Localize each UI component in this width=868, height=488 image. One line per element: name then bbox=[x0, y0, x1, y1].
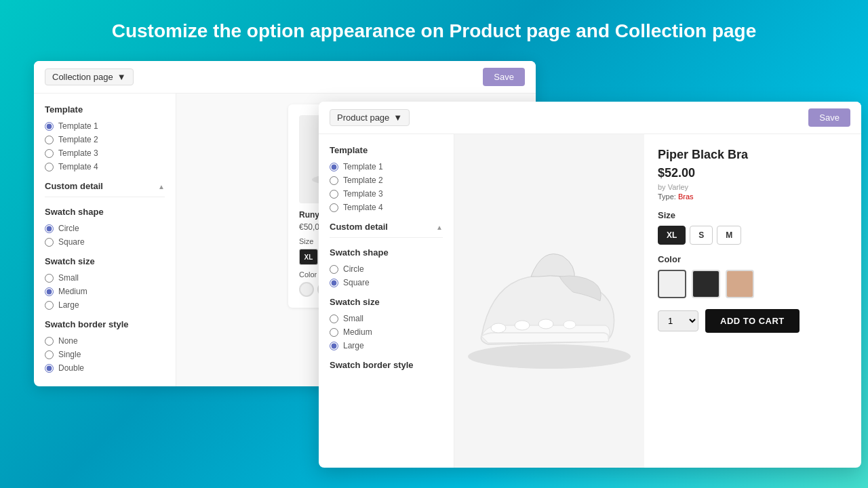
product-template-4[interactable]: Template 4 bbox=[330, 203, 443, 212]
svg-point-7 bbox=[564, 321, 576, 329]
product-custom-detail-chevron-icon[interactable] bbox=[436, 222, 443, 232]
product-shape-circle[interactable]: Circle bbox=[330, 264, 443, 274]
product-type-value[interactable]: Bras bbox=[678, 192, 694, 201]
product-color-swatch-tan[interactable] bbox=[726, 270, 754, 298]
product-size-large[interactable]: Large bbox=[330, 341, 443, 350]
product-type-label: Type: bbox=[658, 192, 676, 201]
product-color-section-title: Color bbox=[658, 254, 848, 264]
collection-border-single[interactable]: Single bbox=[45, 350, 165, 359]
product-image-area bbox=[454, 134, 644, 468]
product-preview-area: Piper Black Bra $52.00 by Varley Type: B… bbox=[454, 134, 861, 468]
collection-size-medium[interactable]: Medium bbox=[45, 287, 165, 296]
product-size-m[interactable]: M bbox=[717, 226, 741, 245]
collection-template-4[interactable]: Template 4 bbox=[45, 162, 165, 171]
collection-swatch-size-label: Swatch size bbox=[45, 256, 165, 266]
product-size-small[interactable]: Small bbox=[330, 314, 443, 323]
product-custom-detail-header: Custom detail bbox=[330, 222, 443, 232]
custom-detail-chevron-icon[interactable] bbox=[158, 181, 165, 191]
chevron-down-icon: ▼ bbox=[117, 72, 126, 82]
product-size-s[interactable]: S bbox=[690, 226, 713, 245]
product-size-buttons: XL S M bbox=[658, 226, 848, 245]
product-title: Piper Black Bra bbox=[658, 148, 848, 162]
product-page-selector[interactable]: Product page ▼ bbox=[330, 109, 410, 126]
product-divider-1 bbox=[330, 237, 443, 238]
product-shape-square[interactable]: Square bbox=[330, 278, 443, 287]
collection-swatch-shape-label: Swatch shape bbox=[45, 207, 165, 217]
quantity-select[interactable]: 1 2 3 bbox=[658, 310, 698, 331]
panels-container: Collection page ▼ Save Template Template… bbox=[34, 61, 834, 427]
product-color-swatch-dark[interactable] bbox=[692, 270, 720, 298]
add-to-cart-button[interactable]: ADD TO CART bbox=[705, 309, 800, 333]
collection-size-small[interactable]: Small bbox=[45, 273, 165, 283]
product-template-label: Template bbox=[330, 145, 443, 155]
collection-template-1[interactable]: Template 1 bbox=[45, 121, 165, 131]
product-template-3[interactable]: Template 3 bbox=[330, 189, 443, 199]
product-panel-body: Template Template 1 Template 2 Template … bbox=[319, 134, 861, 468]
product-chevron-icon: ▼ bbox=[393, 113, 402, 123]
product-sidebar: Template Template 1 Template 2 Template … bbox=[319, 134, 454, 468]
product-details: Piper Black Bra $52.00 by Varley Type: B… bbox=[644, 134, 861, 468]
product-swatch-size-label: Swatch size bbox=[330, 297, 443, 307]
svg-point-6 bbox=[538, 319, 553, 329]
main-title: Customize the option appearance on Produ… bbox=[112, 20, 757, 42]
collection-custom-detail-label: Custom detail bbox=[45, 181, 103, 191]
product-save-button[interactable]: Save bbox=[808, 108, 850, 127]
product-color-swatch-white[interactable] bbox=[658, 270, 686, 298]
add-to-cart-row: 1 2 3 ADD TO CART bbox=[658, 309, 848, 333]
collection-panel-header: Collection page ▼ Save bbox=[34, 61, 536, 94]
collection-page-selector[interactable]: Collection page ▼ bbox=[45, 68, 134, 85]
product-size-section-title: Size bbox=[658, 210, 848, 220]
product-template-1[interactable]: Template 1 bbox=[330, 162, 443, 171]
collection-shape-circle[interactable]: Circle bbox=[45, 224, 165, 233]
collection-shape-square[interactable]: Square bbox=[45, 237, 165, 247]
product-swatch-shape-label: Swatch shape bbox=[330, 247, 443, 258]
product-swatch-border-label: Swatch border style bbox=[330, 360, 443, 370]
product-template-2[interactable]: Template 2 bbox=[330, 176, 443, 185]
svg-point-3 bbox=[468, 344, 631, 369]
svg-point-5 bbox=[515, 321, 530, 330]
product-price: $52.00 bbox=[658, 166, 848, 180]
collection-border-none[interactable]: None bbox=[45, 336, 165, 346]
divider-1 bbox=[45, 197, 165, 197]
collection-sidebar: Template Template 1 Template 2 Template … bbox=[34, 94, 176, 386]
collection-template-2[interactable]: Template 2 bbox=[45, 135, 165, 144]
collection-custom-detail-header: Custom detail bbox=[45, 181, 165, 191]
collection-template-label: Template bbox=[45, 104, 165, 115]
product-page-label: Product page bbox=[337, 113, 389, 123]
collection-template-3[interactable]: Template 3 bbox=[45, 148, 165, 158]
collection-save-button[interactable]: Save bbox=[483, 68, 525, 86]
product-size-medium[interactable]: Medium bbox=[330, 327, 443, 337]
product-panel: Product page ▼ Save Template Template 1 … bbox=[319, 102, 861, 468]
svg-point-4 bbox=[491, 323, 506, 333]
product-size-xl[interactable]: XL bbox=[658, 226, 686, 245]
product-type: Type: Bras bbox=[658, 192, 848, 201]
size-swatch-xl[interactable]: XL bbox=[299, 249, 318, 265]
product-custom-detail-label: Custom detail bbox=[330, 222, 388, 232]
collection-size-large[interactable]: Large bbox=[45, 300, 165, 310]
product-panel-header: Product page ▼ Save bbox=[319, 102, 861, 134]
product-color-swatches bbox=[658, 270, 848, 298]
product-by: by Varley bbox=[658, 183, 848, 191]
color-swatch-white[interactable] bbox=[299, 282, 314, 297]
collection-page-label: Collection page bbox=[52, 72, 113, 82]
collection-swatch-border-label: Swatch border style bbox=[45, 319, 165, 329]
collection-border-double[interactable]: Double bbox=[45, 363, 165, 373]
